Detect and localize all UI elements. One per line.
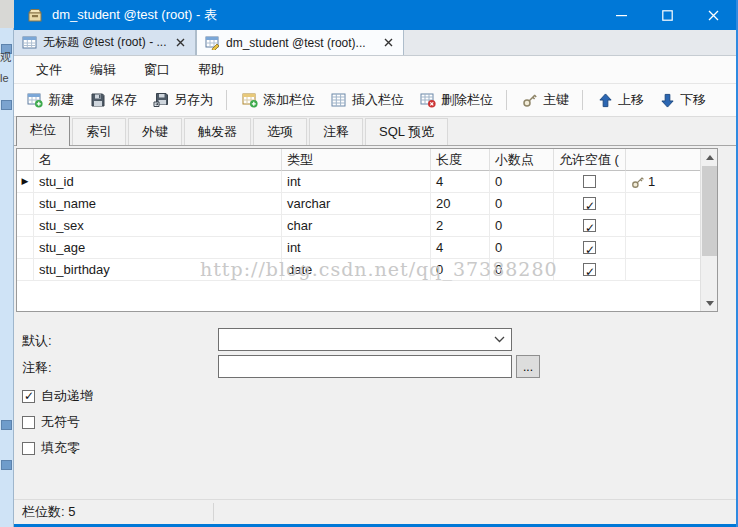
menu-file[interactable]: 文件: [22, 56, 76, 83]
field-name-cell[interactable]: stu_birthday: [34, 259, 282, 281]
vertical-scrollbar[interactable]: [700, 149, 717, 311]
tab-triggers[interactable]: 触发器: [184, 118, 251, 146]
field-properties-panel: 默认: 注释: ... 自动递增 无符号 填充零: [14, 314, 736, 499]
field-length-cell[interactable]: 4: [431, 237, 490, 259]
background-window-strip: 观 le: [0, 0, 14, 527]
toolbar-separator: [226, 90, 227, 110]
allow-null-checkbox[interactable]: [583, 241, 596, 254]
menu-window[interactable]: 窗口: [130, 56, 184, 83]
allow-null-checkbox[interactable]: [583, 219, 596, 232]
comment-input[interactable]: [218, 355, 512, 378]
column-header-key: [626, 149, 701, 171]
field-decimals-cell[interactable]: 0: [490, 259, 554, 281]
move-down-button[interactable]: 下移: [653, 87, 713, 113]
default-combobox[interactable]: [218, 328, 512, 351]
minimize-button[interactable]: [598, 0, 644, 30]
tool-label: 添加栏位: [263, 91, 315, 109]
tool-label: 保存: [111, 91, 137, 109]
maximize-button[interactable]: [644, 0, 690, 30]
zerofill-checkbox[interactable]: [22, 442, 35, 455]
key-order: 1: [648, 171, 655, 192]
tab-close-icon[interactable]: [381, 36, 395, 50]
close-button[interactable]: [690, 0, 736, 30]
field-name-cell[interactable]: stu_sex: [34, 215, 282, 237]
scroll-up-icon[interactable]: [701, 149, 718, 165]
column-header-name[interactable]: 名: [34, 149, 282, 171]
tab-label: dm_student @test (root)...: [226, 36, 375, 50]
tab-sql-preview[interactable]: SQL 预览: [365, 118, 448, 146]
field-length-cell[interactable]: 20: [431, 193, 490, 215]
tab-close-icon[interactable]: [173, 36, 187, 50]
move-down-icon: [660, 93, 675, 108]
primary-key-cell: [626, 215, 701, 237]
allow-null-checkbox[interactable]: [583, 175, 596, 188]
tab-foreign-keys[interactable]: 外键: [128, 118, 182, 146]
allow-null-checkbox[interactable]: [583, 197, 596, 210]
designer-tab-strip: 栏位 索引 外键 触发器 选项 注释 SQL 预览: [14, 117, 736, 146]
comment-label: 注释:: [22, 359, 52, 377]
tab-comment[interactable]: 注释: [309, 118, 363, 146]
field-type-cell[interactable]: int: [282, 237, 431, 259]
table-edit-icon: [205, 35, 220, 50]
field-name-cell[interactable]: stu_age: [34, 237, 282, 259]
field-length-cell[interactable]: 4: [431, 171, 490, 193]
tab-label: 无标题 @test (root) - ...: [43, 34, 167, 51]
scrollbar-thumb[interactable]: [702, 166, 717, 256]
tab-untitled-query[interactable]: 无标题 @test (root) - ...: [14, 30, 196, 55]
save-icon: [90, 92, 106, 108]
add-field-button[interactable]: 添加栏位: [235, 87, 322, 113]
table-designer-window: dm_student @test (root) - 表 无标题 @te: [14, 0, 738, 527]
field-delete-icon: [420, 92, 436, 108]
comment-editor-button[interactable]: ...: [516, 355, 540, 378]
column-header-length[interactable]: 长度: [431, 149, 490, 171]
default-label: 默认:: [22, 332, 52, 350]
field-decimals-cell[interactable]: 0: [490, 193, 554, 215]
auto-increment-option[interactable]: 自动递增: [22, 387, 93, 405]
tab-options[interactable]: 选项: [253, 118, 307, 146]
field-length-cell[interactable]: 0: [431, 259, 490, 281]
field-name-cell[interactable]: stu_name: [34, 193, 282, 215]
field-type-cell[interactable]: int: [282, 171, 431, 193]
status-bar: 栏位数: 5: [14, 499, 736, 524]
marker-column-header: [17, 149, 34, 171]
background-icon: [1, 420, 12, 430]
field-length-cell[interactable]: 2: [431, 215, 490, 237]
tool-label: 插入栏位: [352, 91, 404, 109]
save-as-button[interactable]: 另存为: [146, 87, 220, 113]
primary-key-button[interactable]: 主键: [515, 87, 576, 113]
field-type-cell[interactable]: date: [282, 259, 431, 281]
new-button[interactable]: 新建: [20, 87, 81, 113]
unsigned-option[interactable]: 无符号: [22, 413, 80, 431]
save-button[interactable]: 保存: [83, 87, 144, 113]
delete-field-button[interactable]: 删除栏位: [413, 87, 500, 113]
menu-edit[interactable]: 编辑: [76, 56, 130, 83]
field-decimals-cell[interactable]: 0: [490, 171, 554, 193]
checkbox-label: 填充零: [41, 439, 80, 457]
auto-increment-checkbox[interactable]: [22, 390, 35, 403]
menu-bar: 文件 编辑 窗口 帮助: [14, 56, 736, 84]
column-header-type[interactable]: 类型: [282, 149, 431, 171]
menu-help[interactable]: 帮助: [184, 56, 238, 83]
tab-dm-student-table[interactable]: dm_student @test (root)...: [196, 30, 404, 55]
tab-fields[interactable]: 栏位: [16, 116, 70, 146]
window-title: dm_student @test (root) - 表: [52, 6, 217, 24]
table-add-icon: [27, 92, 43, 108]
field-type-cell[interactable]: varchar: [282, 193, 431, 215]
insert-field-button[interactable]: 插入栏位: [324, 87, 411, 113]
tab-indexes[interactable]: 索引: [72, 118, 126, 146]
field-type-cell[interactable]: char: [282, 215, 431, 237]
allow-null-checkbox[interactable]: [583, 263, 596, 276]
zerofill-option[interactable]: 填充零: [22, 439, 80, 457]
column-header-allow-null[interactable]: 允许空值 (: [554, 149, 626, 171]
field-name-cell[interactable]: stu_id: [34, 171, 282, 193]
move-up-button[interactable]: 上移: [591, 87, 651, 113]
fields-count-status: 栏位数: 5: [22, 503, 75, 521]
primary-key-cell: [626, 193, 701, 215]
scroll-down-icon[interactable]: [701, 295, 718, 311]
unsigned-checkbox[interactable]: [22, 416, 35, 429]
field-decimals-cell[interactable]: 0: [490, 237, 554, 259]
column-header-decimals[interactable]: 小数点: [490, 149, 554, 171]
titlebar[interactable]: dm_student @test (root) - 表: [14, 0, 736, 30]
field-decimals-cell[interactable]: 0: [490, 215, 554, 237]
background-icon: [1, 460, 12, 470]
